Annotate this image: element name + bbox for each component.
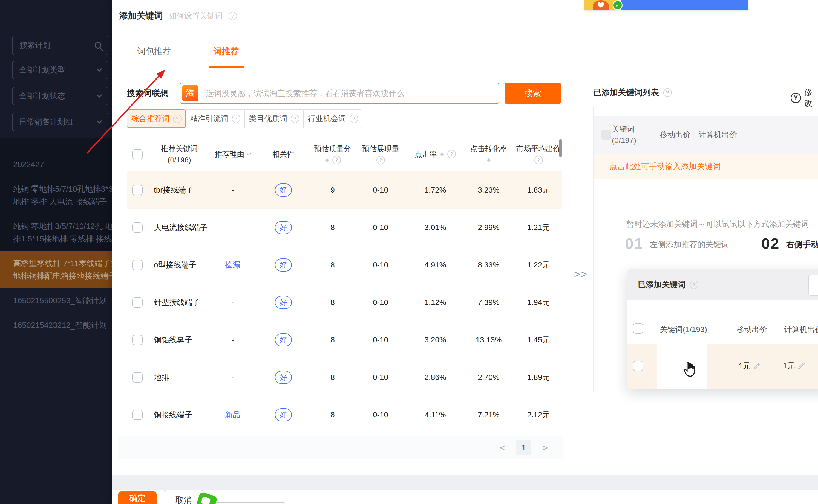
plan-list: 2022427 纯铜 零地排5/7/10孔地排3*30排 地排 零排 大电流 接… (0, 152, 112, 337)
row-checkbox[interactable] (132, 297, 143, 308)
popover-action-button[interactable] (808, 275, 818, 296)
confirm-button[interactable]: 确定 (118, 491, 156, 504)
plan-item-line1: 1650215423212_智能计划 (13, 319, 112, 331)
reason-cell[interactable]: 新品 (211, 410, 255, 420)
sort-icon[interactable] (486, 156, 491, 165)
sort-icon[interactable] (440, 150, 445, 159)
keyword-cell: 针型接线端子 (148, 297, 211, 308)
reason-filter-dropdown[interactable]: 推荐理由 (211, 149, 255, 159)
plan-search-input[interactable] (19, 41, 95, 50)
plan-list-item[interactable]: 纯铜 零地排5/7/10孔地排3*30排 地排 零排 大电流 接线端子 (0, 177, 112, 214)
reason-cell[interactable]: 捡漏 (211, 260, 255, 270)
plan-list-item[interactable]: 2022427 (0, 152, 112, 177)
col-pc-bid: 计算机出价 (699, 129, 737, 140)
disabled-select-all-checkbox (601, 130, 611, 140)
help-icon[interactable] (229, 12, 237, 20)
expand-panel-button[interactable]: >> (570, 269, 592, 280)
edit-pencil-icon[interactable] (797, 362, 805, 370)
plan-list-item[interactable]: 1650215423212_智能计划 (0, 313, 112, 337)
plan-filter-label: 全部计划状态 (19, 91, 97, 101)
help-icon[interactable] (291, 115, 299, 123)
word-type-chip[interactable]: 综合推荐词 (127, 109, 186, 128)
plan-filter-label: 全部计划类型 (19, 65, 97, 75)
row-checkbox[interactable] (132, 372, 143, 383)
plan-filter-select[interactable]: 日常销售计划组 (12, 113, 108, 131)
modify-bid-button[interactable]: ¥ 修改 (791, 87, 818, 109)
plan-list-item[interactable]: 1650215500253_智能计划 (0, 288, 112, 313)
help-icon[interactable] (232, 115, 241, 123)
table-row[interactable]: tbr接线端子 - 好 9 0-10 1.72% 3.23% 1.83元 (127, 171, 562, 209)
help-icon[interactable] (376, 156, 385, 164)
table-row[interactable]: o型接线端子 捡漏 好 8 0-10 4.91% 8.33% 1.22元 (127, 246, 562, 284)
reason-cell[interactable]: - (211, 223, 255, 232)
reason-cell[interactable]: - (211, 298, 255, 307)
keyword-search-input[interactable] (205, 83, 493, 103)
table-row[interactable]: 针型接线端子 - 好 8 0-10 1.12% 7.39% 1.94元 (127, 284, 562, 321)
col-relevance: 相关性 (255, 149, 312, 159)
sort-icon[interactable] (325, 156, 330, 165)
table-row[interactable]: 铜接线端子 新品 好 8 0-10 4.11% 7.21% 2.12元 (127, 396, 562, 433)
tab-item[interactable]: 词推荐 (214, 46, 239, 68)
keyword-cell: o型接线端子 (148, 260, 211, 270)
popover-table-header: 关键词(1/193) 移动出价 计算机出价 (627, 314, 818, 344)
how-to-set-keywords-link[interactable]: 如何设置关键词 (169, 11, 223, 21)
plan-list-item[interactable]: 纯铜 零地排3/5/7/10/12孔 地线 排1.5*15接地排 零线排 接线端… (0, 214, 112, 251)
reason-cell[interactable]: - (211, 336, 255, 344)
plan-filter-select[interactable]: 全部计划类型 (12, 61, 108, 79)
plan-search-field[interactable] (12, 36, 108, 55)
plan-list-item[interactable]: 高桥型零线排 7*11零线端子排接 地排铜排配电箱接地接线端子 (0, 251, 112, 288)
table-header: 推荐关键词 (0/196) 推荐理由 相关性 预估质量分 (127, 137, 562, 171)
popover-keyword-row[interactable]: 1元 1元 (627, 344, 818, 389)
help-icon[interactable] (663, 88, 672, 97)
search-button[interactable]: 搜索 (504, 83, 561, 104)
col-cvr-label: 点击转化率 (470, 144, 507, 154)
keyword-cell: 铜铝线鼻子 (148, 335, 211, 345)
impressions-cell: 0-10 (353, 373, 408, 382)
help-icon[interactable] (447, 150, 456, 158)
extension-toolbar[interactable] (622, 0, 748, 10)
mascot-icon (589, 0, 613, 10)
next-page-button[interactable]: > (542, 443, 548, 452)
word-type-chip[interactable]: 精准引流词 (185, 109, 245, 128)
row-checkbox[interactable] (132, 222, 143, 233)
edit-pencil-icon[interactable] (753, 362, 761, 370)
help-icon[interactable] (332, 156, 341, 164)
ctr-cell: 2.86% (408, 373, 463, 382)
reason-cell[interactable]: - (211, 373, 255, 382)
row-checkbox[interactable] (132, 185, 143, 195)
keyword-search-field[interactable]: 淘 (179, 83, 499, 104)
col-ctr: 点击率 (408, 149, 463, 159)
help-icon[interactable] (534, 156, 543, 164)
help-icon[interactable] (173, 115, 181, 123)
bid-cell: 1.83元 (515, 185, 562, 195)
prev-page-button[interactable]: < (500, 443, 505, 452)
row-checkbox[interactable] (132, 335, 143, 345)
select-all-checkbox[interactable] (132, 149, 143, 159)
popover-select-all-checkbox[interactable] (633, 323, 643, 334)
keyword-cell: 地排 (148, 372, 211, 383)
taobao-icon: 淘 (182, 85, 198, 101)
annotation-box (205, 502, 285, 504)
table-row[interactable]: 大电流接线端子 - 好 8 0-10 3.01% 2.99% 1.21元 (127, 209, 562, 246)
ctr-cell: 1.12% (408, 298, 463, 307)
word-type-chip[interactable]: 行业机会词 (303, 109, 362, 128)
help-icon[interactable] (690, 281, 698, 289)
tab-item[interactable]: 词包推荐 (137, 46, 171, 68)
word-type-chip[interactable]: 类目优质词 (245, 109, 304, 128)
chevron-down-icon (97, 66, 102, 72)
plan-filter-select[interactable]: 全部计划状态 (12, 87, 108, 105)
page-number[interactable]: 1 (516, 440, 531, 455)
table-row[interactable]: 铜铝线鼻子 - 好 8 0-10 3.20% 13.13% 1.45元 (127, 321, 562, 359)
table-row[interactable]: 地排 - 好 8 0-10 2.86% 2.70% 1.89元 (127, 359, 562, 396)
plan-item-line1: 1650215500253_智能计划 (13, 294, 112, 307)
popover-row-checkbox[interactable] (633, 361, 643, 371)
row-checkbox[interactable] (132, 260, 143, 270)
screen: 全部计划类型 全部计划状态 日常销售计划组 2022427 (0, 0, 818, 504)
row-checkbox[interactable] (132, 410, 143, 420)
help-icon[interactable] (350, 115, 358, 123)
reason-cell[interactable]: - (211, 186, 255, 194)
table-scrollbar[interactable] (559, 139, 562, 157)
keyword-cell: tbr接线端子 (148, 185, 211, 195)
col-keyword: 推荐关键词 (0/196) (161, 144, 198, 164)
manual-add-keywords-row[interactable]: 点击此处可手动输入添加关键词 (593, 154, 818, 179)
